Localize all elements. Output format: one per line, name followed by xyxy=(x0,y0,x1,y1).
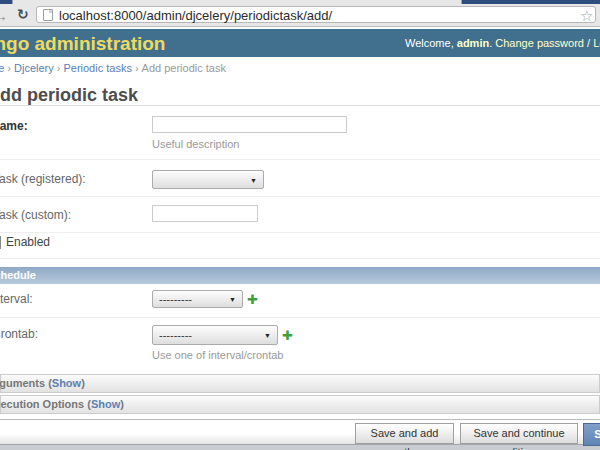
breadcrumb-djcelery[interactable]: Djcelery xyxy=(14,62,54,74)
breadcrumb-current: Add periodic task xyxy=(142,62,226,74)
save-button[interactable]: Save xyxy=(583,423,600,446)
breadcrumb-periodic-tasks[interactable]: Periodic tasks xyxy=(63,62,131,74)
interval-label: Interval: xyxy=(0,292,33,306)
schedule-section-header: Schedule xyxy=(0,267,600,284)
user-tools: Welcome, admin. Change password / Log ou… xyxy=(405,37,600,49)
task-custom-input[interactable] xyxy=(152,205,258,222)
arguments-section-header: Arguments (Show) xyxy=(0,374,600,393)
name-input[interactable] xyxy=(152,116,347,133)
bookmark-star-icon[interactable]: ☆ xyxy=(580,7,593,25)
add-interval-icon[interactable]: ✚ xyxy=(247,292,258,307)
arguments-show-link[interactable]: Show xyxy=(52,377,81,389)
url-text[interactable]: localhost:8000/admin/djcelery/periodicta… xyxy=(59,8,332,23)
task-registered-label: Task (registered): xyxy=(0,172,86,186)
task-registered-select[interactable]: ▼ xyxy=(152,170,264,189)
forward-arrow-icon[interactable]: → xyxy=(0,7,8,24)
page-icon xyxy=(43,9,53,21)
chevron-down-icon: ▼ xyxy=(250,176,257,183)
name-label: Name: xyxy=(0,119,28,133)
reload-icon[interactable]: ↻ xyxy=(17,6,29,22)
task-custom-label: Task (custom): xyxy=(0,208,71,222)
execution-options-show-link[interactable]: Show xyxy=(91,398,120,410)
crontab-select[interactable]: --------- ▼ xyxy=(152,325,278,345)
save-and-add-another-button[interactable]: Save and add another xyxy=(355,423,454,444)
enabled-label: Enabled xyxy=(6,235,50,249)
welcome-text: Welcome, xyxy=(405,37,454,49)
add-crontab-icon[interactable]: ✚ xyxy=(282,328,293,343)
row-divider xyxy=(0,159,600,160)
crontab-help-text: Use one of interval/crontab xyxy=(152,349,283,361)
site-branding[interactable]: django administration xyxy=(0,33,165,55)
username: admin xyxy=(457,37,489,49)
row-divider xyxy=(0,317,600,318)
enabled-checkbox[interactable] xyxy=(0,236,1,249)
title-divider xyxy=(0,105,600,106)
chevron-down-icon: ▼ xyxy=(264,332,271,339)
row-divider xyxy=(0,258,600,259)
execution-options-section-header: Execution Options (Show) xyxy=(0,395,600,414)
page-title: Add periodic task xyxy=(0,85,138,106)
name-help-text: Useful description xyxy=(152,138,239,150)
logout-link[interactable]: Log out xyxy=(593,37,600,49)
crontab-label: Crontab: xyxy=(0,327,38,341)
breadcrumb: Home›Djcelery›Periodic tasks›Add periodi… xyxy=(0,57,600,80)
row-divider xyxy=(0,232,600,233)
save-and-continue-button[interactable]: Save and continue editing xyxy=(460,423,578,444)
change-password-link[interactable]: Change password xyxy=(495,37,584,49)
chevron-down-icon: ▼ xyxy=(229,296,236,303)
row-divider xyxy=(0,196,600,197)
interval-select[interactable]: --------- ▼ xyxy=(152,290,243,308)
